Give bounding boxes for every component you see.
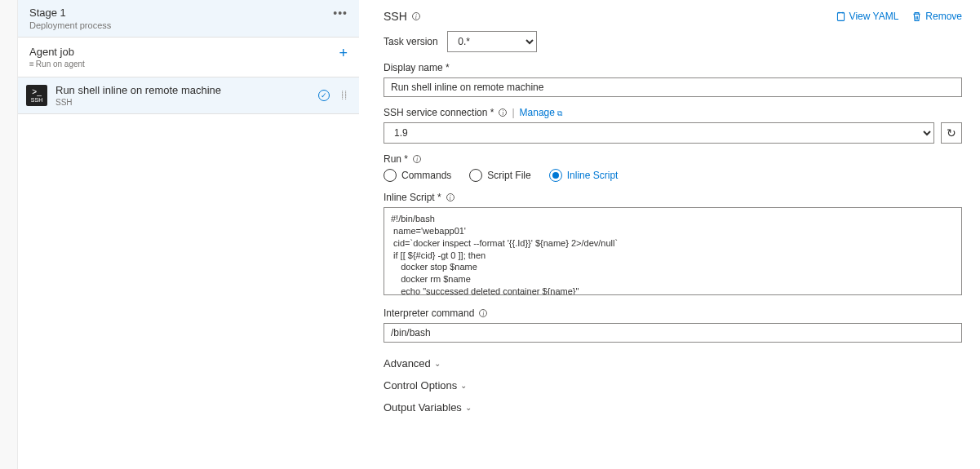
interpreter-label: Interpreter command i <box>384 308 962 319</box>
info-icon[interactable]: i <box>499 108 507 117</box>
stage-header[interactable]: Stage 1 Deployment process ••• <box>18 0 359 38</box>
panel-title: SSH i <box>384 10 420 23</box>
interpreter-input[interactable] <box>384 323 962 343</box>
task-title: Run shell inline on remote machine <box>55 84 221 96</box>
manage-link[interactable]: Manage ⧉ <box>520 107 563 118</box>
inline-script-label: Inline Script * i <box>384 192 962 203</box>
info-icon[interactable]: i <box>412 12 420 20</box>
radio-inline-script[interactable]: Inline Script <box>549 169 619 182</box>
control-options-section[interactable]: Control Options⌄ <box>384 374 962 396</box>
left-panel: Stage 1 Deployment process ••• Agent job… <box>18 0 359 469</box>
display-name-input[interactable] <box>384 77 962 97</box>
radio-commands[interactable]: Commands <box>384 169 451 182</box>
inline-script-textarea[interactable] <box>384 207 962 295</box>
right-panel: SSH i View YAML Remove Task version 0.* … <box>359 0 980 469</box>
view-yaml-button[interactable]: View YAML <box>836 11 899 22</box>
chevron-down-icon: ⌄ <box>465 403 472 412</box>
task-row-selected[interactable]: >_ SSH Run shell inline on remote machin… <box>18 77 359 114</box>
stage-title: Stage 1 <box>29 7 111 19</box>
chevron-down-icon: ⌄ <box>434 359 441 368</box>
svg-rect-0 <box>837 12 844 20</box>
job-subtitle: ≡Run on agent <box>29 60 85 69</box>
display-name-label: Display name * <box>384 62 962 73</box>
stage-menu-button[interactable]: ••• <box>333 7 348 20</box>
radio-script-file[interactable]: Script File <box>469 169 530 182</box>
drag-handle-icon[interactable]: ⁞⁞⁞⁞ <box>341 92 348 99</box>
info-icon[interactable]: i <box>446 193 455 201</box>
chevron-down-icon: ⌄ <box>460 381 467 390</box>
output-variables-section[interactable]: Output Variables⌄ <box>384 396 962 418</box>
agent-job-row[interactable]: Agent job ≡Run on agent + <box>18 38 359 77</box>
run-radio-group: Commands Script File Inline Script <box>384 169 962 182</box>
stage-subtitle: Deployment process <box>29 20 111 30</box>
ssh-connection-label: SSH service connection * i | Manage ⧉ <box>384 107 962 118</box>
task-version-label: Task version <box>384 36 438 47</box>
task-status-check-icon: ✓ <box>318 90 330 101</box>
run-label: Run * i <box>384 153 962 165</box>
left-gutter <box>0 0 18 469</box>
advanced-section[interactable]: Advanced⌄ <box>384 352 962 374</box>
ssh-task-icon: >_ SSH <box>26 85 47 106</box>
info-icon[interactable]: i <box>479 309 487 317</box>
info-icon[interactable]: i <box>413 155 421 163</box>
ssh-connection-select[interactable]: 1.9 <box>384 122 934 144</box>
remove-button[interactable]: Remove <box>911 11 962 22</box>
task-version-select[interactable]: 0.* <box>447 31 537 52</box>
task-version-field: Task version 0.* <box>384 31 962 52</box>
job-title: Agent job <box>29 46 85 58</box>
task-subtitle: SSH <box>55 98 221 107</box>
add-task-button[interactable]: + <box>339 46 348 60</box>
refresh-button[interactable]: ↻ <box>941 122 962 144</box>
